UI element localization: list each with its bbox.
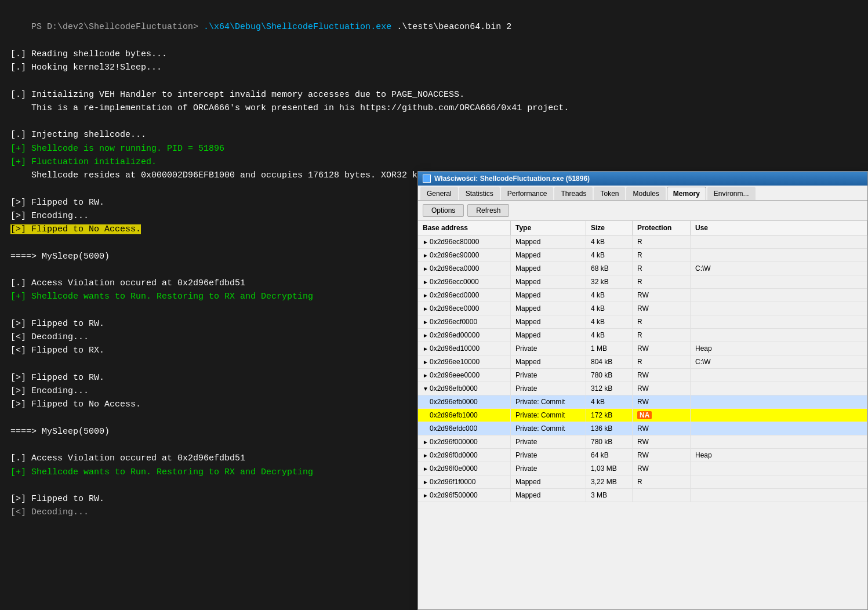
cell-addr: 0x2d96efb1000 [418, 409, 511, 422]
cell-prot: RW [633, 382, 691, 395]
tab-environment[interactable]: Environm... [707, 187, 756, 200]
cell-prot: RW [633, 289, 691, 302]
term-line-5: [.] Injecting shellcode... [10, 128, 858, 141]
table-row-highlighted[interactable]: 0x2d96efb1000 Private: Commit 172 kB NA [418, 409, 867, 422]
cell-addr: ►0x2d96f0d0000 [418, 449, 511, 462]
table-row[interactable]: ►0x2d96f0e0000 Private 1,03 MB RW [418, 462, 867, 475]
table-row[interactable]: ►0x2d96ecf0000 Mapped 4 kB R [418, 315, 867, 329]
cell-use [691, 462, 867, 475]
cell-use [691, 409, 867, 422]
cell-use: C:\W [691, 355, 867, 368]
cell-addr: ►0x2d96eca0000 [418, 262, 511, 275]
cell-use [691, 422, 867, 435]
cell-size: 3,22 MB [586, 475, 633, 488]
cell-use [691, 435, 867, 448]
cell-addr: ▼0x2d96efb0000 [418, 382, 511, 395]
refresh-button[interactable]: Refresh [467, 204, 509, 217]
term-line-blank2 [10, 115, 858, 128]
tab-statistics[interactable]: Statistics [459, 187, 500, 200]
table-row[interactable]: ►0x2d96ed00000 Mapped 4 kB R [418, 329, 867, 342]
tab-token[interactable]: Token [594, 187, 625, 200]
col-base-address: Base address [418, 221, 511, 235]
cell-type: Private: Commit [511, 422, 586, 435]
cell-size: 4 kB [586, 289, 633, 302]
options-button[interactable]: Options [423, 204, 464, 217]
cell-prot: RW [633, 435, 691, 448]
cell-addr: ►0x2d96ee10000 [418, 355, 511, 368]
table-row[interactable]: ►0x2d96ecc0000 Mapped 32 kB R [418, 275, 867, 289]
cell-use [691, 329, 867, 342]
cell-addr: ►0x2d96ecf0000 [418, 315, 511, 328]
toolbar: Options Refresh [418, 201, 867, 221]
col-size: Size [586, 221, 633, 235]
table-row[interactable]: ►0x2d96ec80000 Mapped 4 kB R [418, 235, 867, 249]
cell-size: 312 kB [586, 382, 633, 395]
memory-table: Base address Type Size Protection Use ►0… [418, 221, 867, 609]
cell-use [691, 289, 867, 302]
table-row[interactable]: ►0x2d96ed10000 Private 1 MB RW Heap [418, 342, 867, 355]
table-row[interactable]: 0x2d96efb0000 Private: Commit 4 kB RW [418, 395, 867, 409]
cell-type: Private [511, 382, 586, 395]
table-row[interactable]: ►0x2d96ece0000 Mapped 4 kB RW [418, 302, 867, 315]
table-row[interactable]: ►0x2d96ec90000 Mapped 4 kB R [418, 249, 867, 262]
table-row[interactable]: ►0x2d96f000000 Private 780 kB RW [418, 435, 867, 449]
cell-size: 780 kB [586, 369, 633, 382]
na-badge: NA [637, 411, 652, 419]
cell-prot: R [633, 329, 691, 342]
properties-window: Właściwości: ShellcodeFluctuation.exe (5… [417, 171, 868, 610]
cell-size: 4 kB [586, 235, 633, 248]
table-row[interactable]: 0x2d96efdc000 Private: Commit 136 kB RW [418, 422, 867, 435]
cell-type: Mapped [511, 355, 586, 368]
tab-general[interactable]: General [420, 187, 458, 200]
cell-use: Heap [691, 342, 867, 355]
cell-addr: ►0x2d96f500000 [418, 489, 511, 502]
cell-size: 4 kB [586, 395, 633, 408]
col-type: Type [511, 221, 586, 235]
table-row[interactable]: ►0x2d96ee10000 Mapped 804 kB R C:\W [418, 355, 867, 369]
table-row[interactable]: ►0x2d96eee0000 Private 780 kB RW [418, 369, 867, 382]
cell-addr: 0x2d96efdc000 [418, 422, 511, 435]
cell-prot: RW [633, 462, 691, 475]
term-line-3: [.] Initializing VEH Handler to intercep… [10, 88, 858, 101]
table-row[interactable]: ►0x2d96f1f0000 Mapped 3,22 MB R [418, 475, 867, 489]
cell-addr: ►0x2d96ecd0000 [418, 289, 511, 302]
cell-type: Mapped [511, 249, 586, 262]
table-row[interactable]: ►0x2d96f0d0000 Private 64 kB RW Heap [418, 449, 867, 462]
table-body[interactable]: ►0x2d96ec80000 Mapped 4 kB R ►0x2d96ec90… [418, 235, 867, 609]
cell-size: 3 MB [586, 489, 633, 502]
table-row[interactable]: ►0x2d96eca0000 Mapped 68 kB R C:\W [418, 262, 867, 275]
term-line-cmd: PS D:\dev2\ShellcodeFluctuation> .\x64\D… [10, 7, 858, 48]
cell-addr: 0x2d96efb0000 [418, 395, 511, 408]
cell-prot: R [633, 315, 691, 328]
table-row[interactable]: ►0x2d96ecd0000 Mapped 4 kB RW [418, 289, 867, 302]
tab-memory[interactable]: Memory [667, 187, 706, 200]
cell-type: Mapped [511, 302, 586, 315]
cell-prot: RW [633, 449, 691, 462]
title-bar: Właściwości: ShellcodeFluctuation.exe (5… [418, 172, 867, 186]
cell-size: 32 kB [586, 275, 633, 288]
cell-type: Mapped [511, 329, 586, 342]
cell-type: Mapped [511, 235, 586, 248]
cell-type: Mapped [511, 315, 586, 328]
table-row[interactable]: ►0x2d96f500000 Mapped 3 MB [418, 489, 867, 502]
cell-type: Private [511, 435, 586, 448]
cell-use [691, 249, 867, 262]
tab-modules[interactable]: Modules [626, 187, 665, 200]
cell-use [691, 489, 867, 502]
cell-addr: ►0x2d96ece0000 [418, 302, 511, 315]
cell-size: 172 kB [586, 409, 633, 422]
cell-addr: ►0x2d96ed10000 [418, 342, 511, 355]
tab-threads[interactable]: Threads [554, 187, 593, 200]
cell-addr: ►0x2d96f000000 [418, 435, 511, 448]
cell-use: Heap [691, 449, 867, 462]
term-line-2: [.] Hooking kernel32!Sleep... [10, 61, 858, 74]
tab-performance[interactable]: Performance [501, 187, 554, 200]
cell-prot: RW [633, 422, 691, 435]
cell-prot: R [633, 249, 691, 262]
cell-size: 4 kB [586, 302, 633, 315]
cell-use [691, 315, 867, 328]
table-row[interactable]: ▼0x2d96efb0000 Private 312 kB RW [418, 382, 867, 395]
cell-size: 1 MB [586, 342, 633, 355]
cell-addr: ►0x2d96ec80000 [418, 235, 511, 248]
cell-prot: R [633, 475, 691, 488]
